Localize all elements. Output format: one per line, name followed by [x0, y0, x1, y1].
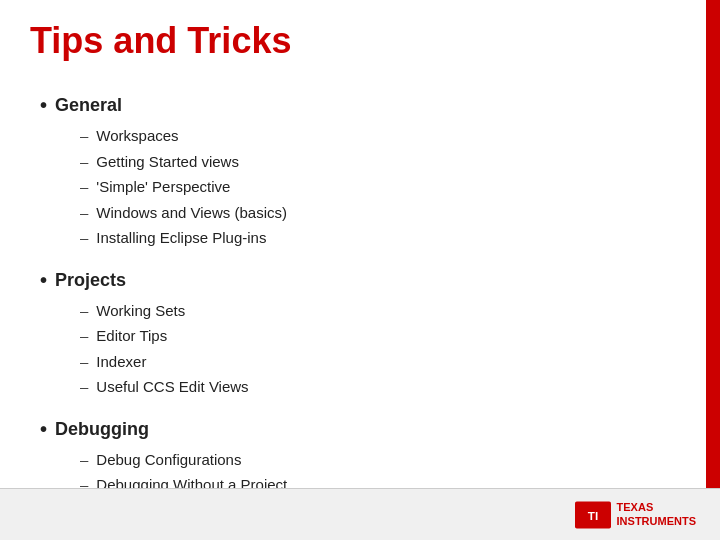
dash-icon: –	[80, 174, 88, 200]
dash-icon: –	[80, 123, 88, 149]
footer: TI Texas Instruments	[0, 488, 720, 540]
sub-items-projects: –Working Sets–Editor Tips–Indexer–Useful…	[40, 298, 690, 400]
ti-logo-icon: TI	[575, 501, 611, 529]
list-item-text: Installing Eclipse Plug-ins	[96, 225, 266, 251]
list-item-text: Windows and Views (basics)	[96, 200, 287, 226]
sub-items-general: –Workspaces–Getting Started views–'Simpl…	[40, 123, 690, 251]
list-item: –Working Sets	[80, 298, 690, 324]
content-area: •General–Workspaces–Getting Started view…	[30, 94, 690, 523]
dash-icon: –	[80, 447, 88, 473]
slide: Tips and Tricks •General–Workspaces–Gett…	[0, 0, 720, 540]
list-item: –'Simple' Perspective	[80, 174, 690, 200]
svg-text:TI: TI	[587, 508, 597, 521]
list-item-text: Workspaces	[96, 123, 178, 149]
list-item: –Windows and Views (basics)	[80, 200, 690, 226]
section-general: •General–Workspaces–Getting Started view…	[40, 94, 690, 251]
dash-icon: –	[80, 349, 88, 375]
list-item-text: 'Simple' Perspective	[96, 174, 230, 200]
list-item-text: Useful CCS Edit Views	[96, 374, 248, 400]
dash-icon: –	[80, 298, 88, 324]
bullet-dot: •	[40, 269, 47, 292]
ti-logo-text: Texas Instruments	[617, 501, 696, 527]
section-header-debugging: •Debugging	[40, 418, 690, 441]
dash-icon: –	[80, 200, 88, 226]
right-sidebar-accent	[706, 0, 720, 488]
dash-icon: –	[80, 149, 88, 175]
list-item: –Editor Tips	[80, 323, 690, 349]
section-header-projects: •Projects	[40, 269, 690, 292]
dash-icon: –	[80, 374, 88, 400]
list-item-text: Indexer	[96, 349, 146, 375]
list-item-text: Working Sets	[96, 298, 185, 324]
section-header-general: •General	[40, 94, 690, 117]
list-item: –Indexer	[80, 349, 690, 375]
dash-icon: –	[80, 225, 88, 251]
list-item: –Debug Configurations	[80, 447, 690, 473]
section-label-general: General	[55, 95, 122, 116]
dash-icon: –	[80, 323, 88, 349]
bullet-dot: •	[40, 418, 47, 441]
list-item-text: Editor Tips	[96, 323, 167, 349]
list-item-text: Getting Started views	[96, 149, 239, 175]
section-projects: •Projects–Working Sets–Editor Tips–Index…	[40, 269, 690, 400]
ti-logo: TI Texas Instruments	[575, 501, 696, 529]
slide-title: Tips and Tricks	[30, 20, 690, 70]
section-label-debugging: Debugging	[55, 419, 149, 440]
list-item-text: Debug Configurations	[96, 447, 241, 473]
list-item: –Useful CCS Edit Views	[80, 374, 690, 400]
list-item: –Getting Started views	[80, 149, 690, 175]
list-item: –Installing Eclipse Plug-ins	[80, 225, 690, 251]
bullet-dot: •	[40, 94, 47, 117]
section-label-projects: Projects	[55, 270, 126, 291]
list-item: –Workspaces	[80, 123, 690, 149]
